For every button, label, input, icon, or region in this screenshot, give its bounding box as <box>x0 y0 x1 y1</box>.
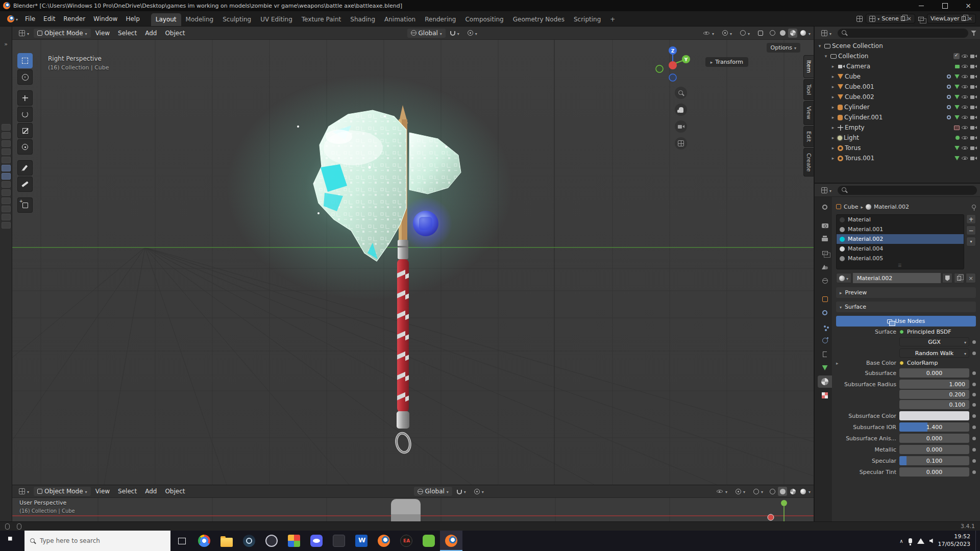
unlink-material-button[interactable] <box>966 273 976 283</box>
animate-dot[interactable] <box>972 470 976 474</box>
hide-viewport-icon[interactable] <box>961 134 968 141</box>
surface-shader-value[interactable]: Principled BSDF <box>899 329 976 335</box>
properties-tab-material[interactable] <box>818 375 832 388</box>
outliner-row-collection[interactable]: ▾ Collection <box>815 51 980 61</box>
show-overlays-button[interactable] <box>750 487 767 496</box>
zoom-button[interactable] <box>675 87 687 99</box>
breadcrumb-material[interactable]: Material.002 <box>874 204 909 210</box>
taskbar-search[interactable] <box>24 531 170 551</box>
mode-select[interactable]: Object Mode <box>34 29 91 38</box>
menu-help[interactable]: Help <box>121 14 143 24</box>
shading-options-icon[interactable] <box>808 488 811 495</box>
object-name[interactable]: Cylin­der.001 <box>844 114 883 121</box>
workspace-tab-rendering[interactable]: Rendering <box>420 13 460 26</box>
animate-dot[interactable] <box>972 459 976 463</box>
screen-layout-icon[interactable] <box>856 16 863 22</box>
workspace-tab-uv-editing[interactable]: UV Editing <box>256 13 297 26</box>
pin-id-icon[interactable] <box>972 205 976 209</box>
properties-tab-modifiers[interactable] <box>818 307 832 319</box>
workspace-tab-compositing[interactable]: Compositing <box>460 13 508 26</box>
disable-render-icon[interactable] <box>970 73 977 80</box>
surface-panel-header[interactable]: Surface <box>836 302 976 312</box>
breadcrumb-object[interactable]: Cube <box>844 204 858 210</box>
snap-toggle[interactable] <box>453 487 470 496</box>
properties-tab-scene[interactable] <box>818 261 832 273</box>
shading-wireframe-button[interactable] <box>768 29 777 38</box>
thumbnail-tile[interactable] <box>2 214 11 220</box>
disable-render-icon[interactable] <box>970 53 977 60</box>
hide-viewport-icon[interactable] <box>961 124 968 131</box>
add-workspace-button[interactable]: + <box>605 13 620 26</box>
subsurface-ior-slider[interactable]: 1.400 <box>899 422 969 432</box>
animate-dot[interactable] <box>972 425 976 429</box>
workspace-tab-shading[interactable]: Shading <box>346 13 380 26</box>
workspace-tab-geometry-nodes[interactable]: Geometry Nodes <box>508 13 569 26</box>
properties-tab-object[interactable] <box>818 293 832 305</box>
menu-add[interactable]: Add <box>141 487 160 496</box>
show-gizmo-button[interactable] <box>719 29 736 38</box>
transform-orientation-select[interactable]: Global <box>414 487 452 496</box>
workspace-tab-scripting[interactable]: Scripting <box>569 13 605 26</box>
menu-select[interactable]: Select <box>114 29 140 38</box>
animate-dot[interactable] <box>972 437 976 440</box>
menu-object[interactable]: Object <box>161 487 188 496</box>
remove-slot-button[interactable] <box>966 226 976 235</box>
hide-viewport-icon[interactable] <box>961 73 968 80</box>
snap-toggle[interactable] <box>447 29 463 38</box>
object-name[interactable]: Cube.001 <box>845 83 874 90</box>
xray-toggle[interactable] <box>754 30 767 37</box>
thumbnail-tile[interactable] <box>2 124 11 131</box>
sidebar-tab-item[interactable]: Item <box>803 55 814 78</box>
properties-tab-constraints[interactable] <box>818 348 832 360</box>
thumbnail-tile[interactable] <box>2 132 11 139</box>
subsurface-slider[interactable]: 0.000 <box>899 368 969 378</box>
object-name[interactable]: Cube.002 <box>845 93 874 101</box>
disable-render-icon[interactable] <box>970 134 977 141</box>
animate-dot[interactable] <box>972 383 976 386</box>
annotate-tool[interactable] <box>17 160 33 176</box>
transform-panel[interactable]: Transform <box>705 57 748 67</box>
editor-type-button[interactable] <box>15 29 33 38</box>
options-button[interactable]: Options <box>767 43 800 53</box>
object-name[interactable]: Cube <box>845 73 861 80</box>
shading-rendered-button[interactable] <box>798 29 807 38</box>
sidebar-tab-create[interactable]: Create <box>803 148 814 177</box>
disable-render-icon[interactable] <box>970 155 977 162</box>
workspace-tab-texture-paint[interactable]: Texture Paint <box>297 13 346 26</box>
menu-object[interactable]: Object <box>161 29 188 38</box>
slot-specials-button[interactable] <box>966 237 976 246</box>
properties-tab-view-layer[interactable] <box>818 247 832 259</box>
blender-active-taskbar-button[interactable] <box>440 531 462 551</box>
object-name[interactable]: Empty <box>845 124 865 131</box>
hide-viewport-icon[interactable] <box>961 63 968 70</box>
outliner-row-light[interactable]: ▸ Light <box>815 133 980 143</box>
outliner-row-cube[interactable]: ▸ Cube <box>815 71 980 82</box>
outliner-row-empty[interactable]: ▸ Empty <box>815 122 980 133</box>
collection-checkbox[interactable] <box>953 53 960 59</box>
cursor-tool[interactable] <box>17 69 33 85</box>
disclosure-icon[interactable]: ▾ <box>823 54 829 59</box>
thumbnail-tile[interactable] <box>2 148 11 155</box>
scene-selector[interactable]: Scene <box>866 14 915 23</box>
sidebar-tab-tool[interactable]: Tool <box>803 79 814 100</box>
disclosure-icon[interactable]: ▸ <box>830 64 836 69</box>
object-name[interactable]: Torus.001 <box>845 155 874 162</box>
scale-tool[interactable] <box>17 123 33 138</box>
properties-type-button[interactable] <box>818 186 835 195</box>
outliner-row-cube001[interactable]: ▸ Cube.001 <box>815 82 980 92</box>
disclosure-icon[interactable]: ▸ <box>830 105 836 110</box>
disclosure-icon[interactable]: ▸ <box>830 84 836 89</box>
menu-window[interactable]: Window <box>89 14 121 24</box>
subsurface-color-swatch[interactable] <box>899 411 969 420</box>
object-name[interactable]: Camera <box>846 63 870 70</box>
camera-view-button[interactable] <box>675 120 687 133</box>
editor-type-button[interactable] <box>15 487 33 496</box>
word-taskbar-button[interactable] <box>350 531 373 551</box>
gizmo-y-axis[interactable] <box>781 500 787 506</box>
object-name[interactable]: Torus <box>845 144 861 152</box>
thumbnail-tile[interactable] <box>2 140 11 147</box>
thumbnail-tile[interactable] <box>2 189 11 196</box>
expand-panel-icon[interactable]: » <box>4 41 8 47</box>
add-slot-button[interactable] <box>966 214 976 224</box>
fake-user-button[interactable] <box>942 273 952 283</box>
